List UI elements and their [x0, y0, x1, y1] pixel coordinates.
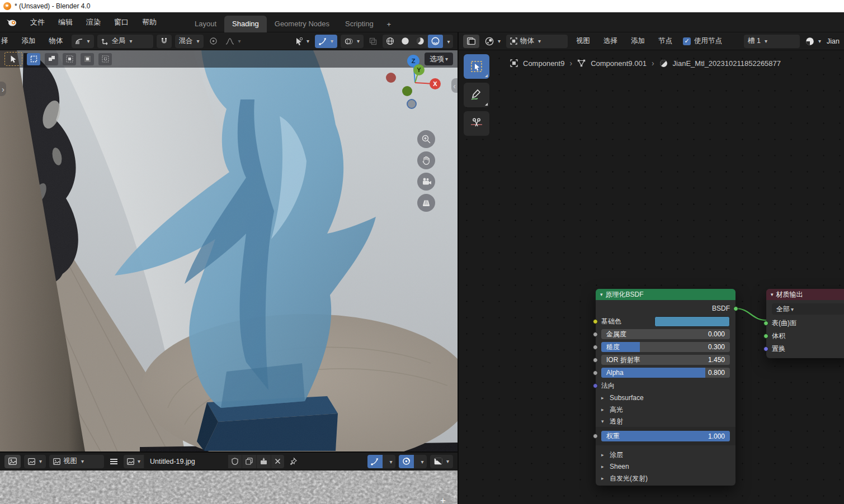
socket-displacement[interactable]: [763, 346, 768, 351]
shading-material-button[interactable]: [413, 37, 428, 45]
unlink-image-button[interactable]: [271, 455, 284, 468]
show-gizmo-dropdown[interactable]: [293, 35, 312, 48]
shader-menu-select[interactable]: 选择: [598, 35, 623, 47]
tool-annotate[interactable]: [464, 83, 489, 107]
menu-object[interactable]: 物体: [44, 35, 68, 47]
xray-toggle[interactable]: [367, 35, 379, 48]
sidebar-expand-arrow-right[interactable]: ‹: [451, 78, 458, 93]
tab-geometry-nodes[interactable]: Geometry Nodes: [267, 16, 337, 32]
proportional-falloff-dropdown[interactable]: [223, 35, 243, 48]
menu-edit[interactable]: 编辑: [51, 15, 79, 30]
socket-volume[interactable]: [763, 334, 768, 339]
select-mode-subtract[interactable]: [63, 53, 76, 65]
image-snap-toggle[interactable]: [367, 455, 383, 468]
zoom-view-button[interactable]: [417, 130, 435, 148]
shader-ball-dropdown[interactable]: [483, 35, 503, 48]
tab-scripting[interactable]: Scripting: [337, 16, 381, 32]
base-color-swatch[interactable]: [654, 316, 730, 327]
breadcrumb-object[interactable]: Component9: [523, 59, 564, 68]
shading-solid-button[interactable]: [398, 37, 413, 45]
tab-shading[interactable]: Shading: [224, 16, 267, 32]
pack-image-button[interactable]: [257, 455, 271, 468]
select-mode-set[interactable]: [27, 53, 40, 65]
socket-roughness[interactable]: [593, 345, 598, 350]
shader-type-dropdown[interactable]: 物体: [506, 35, 568, 48]
socket-weight[interactable]: [593, 434, 598, 439]
breadcrumb-material[interactable]: JianE_Mtl_202310211852265877: [673, 59, 781, 68]
socket-normal[interactable]: [593, 383, 598, 388]
panel-coat[interactable]: ▸涂层: [601, 450, 730, 460]
panel-specular[interactable]: ▸高光: [601, 405, 730, 415]
proportional-edit-toggle[interactable]: [207, 35, 220, 48]
node-editor-canvas[interactable]: Component9 › Component9.001 › JianE_Mtl_…: [459, 50, 844, 504]
material-slot-dropdown[interactable]: 槽 1: [744, 35, 800, 48]
image-editor-canvas[interactable]: +: [0, 470, 458, 504]
node-material-output[interactable]: ▾ 材质输出 全部 表(曲)面 体积 置换: [766, 289, 844, 358]
camera-view-button[interactable]: [417, 173, 435, 191]
socket-surface[interactable]: [763, 321, 768, 326]
add-workspace-button[interactable]: +: [381, 16, 397, 32]
new-image-button[interactable]: [242, 455, 257, 468]
image-proportional-toggle[interactable]: [399, 455, 414, 468]
weight-slider[interactable]: 权重 1.000: [601, 431, 730, 441]
collapsed-menus-button[interactable]: [107, 455, 120, 468]
editor-type-button[interactable]: [4, 455, 21, 468]
socket-base-color[interactable]: [593, 319, 598, 324]
shading-rendered-button[interactable]: [428, 35, 443, 48]
menu-window[interactable]: 窗口: [107, 15, 135, 30]
collapse-icon-output[interactable]: ▾: [771, 292, 774, 297]
editor-type-button-shader[interactable]: [463, 35, 479, 48]
perspective-toggle-button[interactable]: [417, 194, 435, 212]
shader-menu-node[interactable]: 节点: [653, 35, 677, 47]
menu-render[interactable]: 渲染: [79, 15, 107, 30]
output-node-header[interactable]: ▾ 材质输出: [766, 289, 844, 300]
tab-layout[interactable]: Layout: [187, 16, 224, 32]
shading-wireframe-button[interactable]: [383, 37, 398, 45]
breadcrumb-mesh[interactable]: Component9.001: [591, 59, 647, 68]
panel-emission[interactable]: ▸自发光(发射): [601, 473, 730, 483]
socket-metallic[interactable]: [593, 332, 598, 337]
ior-slider[interactable]: IOR 折射率 1.450: [601, 355, 730, 365]
display-channels-dropdown[interactable]: [430, 455, 453, 468]
panel-subsurface[interactable]: ▸Subsurface: [601, 393, 730, 403]
socket-bsdf-output[interactable]: [733, 306, 738, 311]
use-nodes-checkbox[interactable]: ✓: [683, 37, 691, 45]
orientation-dropdown[interactable]: 全局: [97, 35, 153, 48]
socket-ior[interactable]: [593, 358, 598, 363]
menu-select-partial[interactable]: 择: [1, 35, 13, 47]
falloff-dropdown[interactable]: [72, 35, 94, 48]
overlays-toggle[interactable]: [341, 35, 364, 48]
viewport-render[interactable]: 选项 › ‹ Z Y X: [0, 50, 458, 451]
material-name-partial[interactable]: Jian: [827, 37, 840, 45]
sidebar-expand-arrow-left[interactable]: ›: [0, 82, 6, 96]
shading-dropdown[interactable]: [443, 37, 453, 45]
menu-add[interactable]: 添加: [17, 35, 41, 47]
image-pin-mode-dropdown[interactable]: [24, 455, 46, 468]
tool-cut-links[interactable]: [464, 111, 489, 136]
output-target-dropdown[interactable]: 全部: [772, 303, 844, 315]
select-mode-extend[interactable]: [45, 53, 58, 65]
menu-file[interactable]: 文件: [23, 15, 51, 30]
fake-user-toggle[interactable]: [228, 455, 242, 468]
image-name-field[interactable]: Untitled-19.jpg: [144, 455, 228, 468]
browse-material-dropdown[interactable]: [803, 35, 823, 48]
zoom-in-button[interactable]: +: [435, 493, 451, 504]
image-snap-dropdown[interactable]: [385, 458, 395, 465]
panel-sheen[interactable]: ▸Sheen: [601, 462, 730, 472]
roughness-slider[interactable]: 糙度 0.300: [601, 342, 730, 352]
select-mode-intersect[interactable]: [98, 53, 112, 65]
browse-image-dropdown[interactable]: [124, 455, 144, 468]
shader-menu-view[interactable]: 视图: [571, 35, 595, 47]
node-principled-bsdf[interactable]: ▾ 原理化BSDF BSDF 基础色 金属度 0.000: [596, 289, 735, 486]
blender-logo-icon[interactable]: [6, 17, 18, 27]
image-propedit-dropdown[interactable]: [417, 458, 427, 465]
tool-box-select[interactable]: [464, 54, 489, 79]
collapse-icon[interactable]: ▾: [600, 292, 603, 297]
pin-toggle[interactable]: [287, 455, 299, 468]
metallic-slider[interactable]: 金属度 0.000: [601, 329, 730, 339]
menu-help[interactable]: 帮助: [135, 15, 163, 30]
active-tool-tweak[interactable]: [4, 52, 22, 66]
shader-menu-add[interactable]: 添加: [626, 35, 650, 47]
panel-transmission[interactable]: ▾透射: [601, 416, 730, 426]
bsdf-node-header[interactable]: ▾ 原理化BSDF: [596, 289, 735, 300]
